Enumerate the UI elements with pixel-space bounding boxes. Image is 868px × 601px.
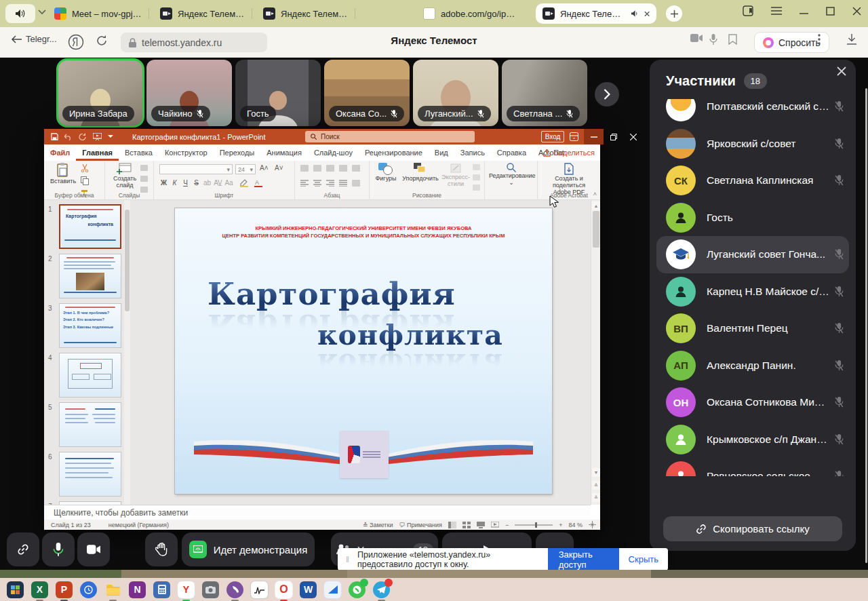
font-color-icon[interactable]: А	[254, 178, 263, 187]
participant-row-highlighted[interactable]: Луганский совет Гонча...	[656, 236, 849, 273]
drag-grip-icon[interactable]: ‖	[346, 555, 351, 564]
minimize-icon[interactable]	[800, 7, 808, 15]
hide-notification-button[interactable]: Скрыть	[619, 554, 668, 564]
highlight-color-icon[interactable]	[239, 178, 249, 187]
participant-row[interactable]: Карпец Н.В Майское с/п Дж...	[650, 273, 856, 311]
notes-toggle[interactable]: ≙ Заметки	[363, 522, 393, 528]
tab-speaker-icon[interactable]	[631, 10, 639, 17]
zoom-out-icon[interactable]: −	[505, 522, 509, 528]
ribbon-tab-view[interactable]: Вид	[429, 144, 454, 161]
ribbon-tab-review[interactable]: Рецензирование	[359, 144, 429, 161]
char-spacing-button[interactable]: AV̲	[214, 179, 222, 187]
tab-telemost-2[interactable]: Яндекс Телемост	[256, 3, 355, 24]
fit-to-window-icon[interactable]	[589, 521, 596, 528]
video-tile[interactable]: Чайкино	[146, 60, 232, 126]
panel-close-icon[interactable]	[837, 66, 846, 76]
save-icon[interactable]	[51, 133, 58, 140]
ribbon-tab-record[interactable]: Запись	[454, 144, 491, 161]
taskbar-onenote[interactable]: N	[129, 581, 146, 598]
taskbar-opera[interactable]: O	[275, 581, 292, 598]
editing-button[interactable]: Редактирование ⌄	[489, 163, 534, 186]
zoom-in-icon[interactable]: +	[559, 522, 562, 528]
slide-thumbnail-4[interactable]	[59, 353, 121, 398]
taskbar-calculator[interactable]	[153, 581, 170, 598]
participant-row[interactable]: АП Александр Панин.	[650, 347, 856, 385]
italic-button[interactable]: К	[170, 179, 179, 187]
taskbar-explorer[interactable]	[104, 581, 121, 598]
participant-row[interactable]: Крымковское с/п Джанкойс..	[650, 421, 856, 459]
ppt-search-box[interactable]: Поиск	[305, 131, 475, 142]
indent-decrease-icon[interactable]	[326, 165, 334, 172]
video-tile[interactable]: Луганский...	[413, 60, 498, 126]
taskbar-telegram[interactable]	[373, 581, 390, 598]
microphone-button[interactable]	[42, 532, 75, 566]
language-status[interactable]: немецкий (Германия)	[91, 522, 169, 528]
collapse-ribbon-icon[interactable]: ˄	[593, 191, 597, 197]
zoom-slider[interactable]	[515, 524, 553, 526]
shadow-button[interactable]: ab	[203, 179, 212, 187]
ribbon-tab-transitions[interactable]: Переходы	[214, 144, 261, 161]
align-center-icon[interactable]	[313, 180, 321, 187]
quick-styles-button[interactable]: Экспресс- стили	[440, 163, 471, 187]
layout-icon[interactable]	[140, 165, 148, 171]
taskbar-signal-app[interactable]	[251, 581, 268, 598]
taskbar-clock-app[interactable]	[80, 581, 97, 598]
columns-icon[interactable]	[352, 180, 360, 187]
signin-button[interactable]: Вход	[541, 131, 564, 142]
paste-button[interactable]: Вставить	[50, 163, 77, 185]
participant-row[interactable]: Ровновское сельское посел...	[650, 458, 856, 476]
ribbon-tab-animations[interactable]: Анимация	[260, 144, 308, 161]
video-tile[interactable]: Светлана ...	[502, 60, 587, 126]
ppt-title-bar[interactable]: Картография конфликта1 - PowerPoint Поис…	[44, 129, 600, 144]
tab-telemost-1[interactable]: Яндекс Телемост	[153, 3, 252, 24]
normal-view-icon[interactable]	[448, 522, 456, 528]
raise-hand-button[interactable]	[145, 532, 178, 566]
undo-icon[interactable]	[64, 134, 73, 140]
bullets-icon[interactable]	[300, 165, 309, 172]
shrink-font-icon[interactable]: А˅	[275, 164, 283, 172]
taskbar-whatsapp[interactable]	[349, 581, 366, 598]
taskbar-word[interactable]: W	[300, 581, 317, 598]
shape-outline-icon[interactable]	[473, 174, 480, 180]
slide-sorter-icon[interactable]	[462, 522, 471, 528]
page-scrollbar[interactable]	[865, 88, 867, 563]
grow-font-icon[interactable]: А˄	[260, 164, 269, 172]
adobe-pdf-button[interactable]: Создать и поделиться Adobe PDF	[539, 163, 599, 195]
start-button[interactable]	[7, 581, 24, 598]
participant-row[interactable]: ОН Оксана Сотникова Мичури...	[650, 384, 856, 421]
align-left-icon[interactable]	[300, 180, 309, 187]
tab-telemost-active[interactable]: Яндекс Телемост	[536, 3, 656, 24]
comments-toggle[interactable]: 🗩 Примечания	[399, 522, 441, 528]
new-slide-button[interactable]: Создать слайд	[109, 163, 139, 189]
menu-icon[interactable]	[771, 7, 782, 15]
mic-permission-button[interactable]	[709, 34, 717, 45]
ribbon-options-icon[interactable]	[570, 132, 578, 141]
slide-thumbnail-3[interactable]: Этап 1. В чем проблема? Этап 2. Кто вовл…	[59, 303, 121, 348]
ribbon-tab-file[interactable]: Файл	[44, 144, 76, 161]
shapes-button[interactable]: Фигуры	[372, 163, 399, 182]
copy-icon[interactable]	[81, 176, 89, 185]
video-tile[interactable]: Ирина Забара	[58, 60, 143, 126]
scroll-down-icon[interactable]: ▼	[592, 468, 600, 477]
slide-thumbnail-6[interactable]	[59, 452, 121, 497]
shape-fill-icon[interactable]	[473, 164, 480, 170]
notes-pane[interactable]: Щелкните, чтобы добавить заметки	[44, 505, 591, 520]
change-case-button[interactable]: Aa	[224, 179, 233, 187]
taskbar-viber[interactable]	[226, 581, 243, 598]
taskbar-excel[interactable]: X	[31, 581, 48, 598]
indent-increase-icon[interactable]	[339, 165, 347, 172]
start-presentation-icon[interactable]	[93, 133, 102, 140]
strikethrough-button[interactable]: S	[192, 179, 201, 187]
side-panel-icon[interactable]	[743, 5, 753, 16]
next-tiles-button[interactable]	[595, 82, 619, 106]
share-button[interactable]: Поделиться	[543, 144, 595, 161]
ribbon-tab-help[interactable]: Справка	[491, 144, 532, 161]
chevron-down-icon[interactable]	[38, 9, 46, 15]
taskbar-powerpoint[interactable]: P	[56, 581, 73, 598]
ribbon-tab-slideshow[interactable]: Слайд-шоу	[308, 144, 359, 161]
taskbar-camera-app[interactable]	[202, 581, 219, 598]
camera-button[interactable]	[77, 532, 110, 566]
video-tile[interactable]: Оксана Со...	[324, 60, 410, 126]
tab-meet[interactable]: Meet – mov-gpjs-nqz	[47, 3, 149, 24]
underline-button[interactable]: Ч	[181, 179, 190, 187]
